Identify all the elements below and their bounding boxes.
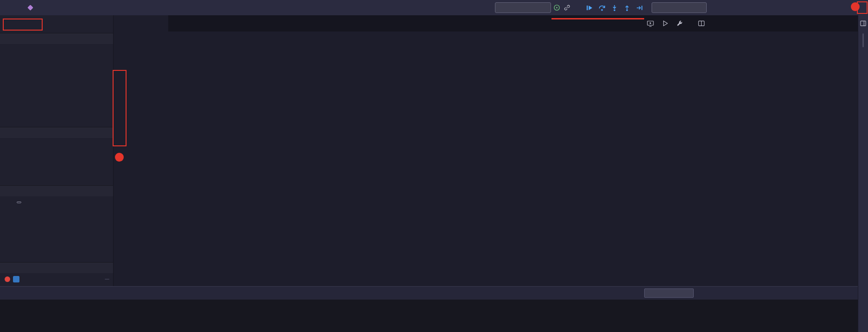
split-editor-icon[interactable]	[698, 20, 705, 27]
console-filter-input[interactable]	[644, 288, 694, 298]
tab-bar	[114, 15, 858, 31]
step-out-button[interactable]	[623, 4, 631, 12]
debug-console-output[interactable]	[0, 300, 858, 332]
run-and-debug-sidebar	[0, 15, 114, 286]
step-over-button[interactable]	[598, 4, 606, 12]
tab-main-cj[interactable]	[114, 15, 168, 31]
scroll-indicator	[862, 33, 864, 47]
breakpoint-item[interactable]	[0, 273, 113, 285]
ide-window	[0, 0, 868, 332]
variables-section-header[interactable]	[0, 33, 113, 44]
watch-body	[0, 138, 113, 185]
paused-on-breakpoint-badge	[17, 201, 21, 203]
wrench-icon[interactable]	[676, 20, 683, 27]
titlebar	[0, 0, 868, 15]
breakpoints-section-header[interactable]	[0, 262, 113, 273]
method-icon	[27, 5, 33, 11]
breakpoint-position-badge	[105, 279, 109, 280]
session-status-icon[interactable]	[553, 4, 560, 11]
link-icon[interactable]	[564, 4, 570, 11]
code-area[interactable]	[114, 31, 858, 286]
thread-row[interactable]	[0, 196, 113, 208]
continue-button[interactable]	[586, 4, 593, 12]
debug-toolbar	[586, 0, 643, 15]
run-file-icon[interactable]	[662, 20, 669, 27]
editor-toolbar	[646, 15, 712, 31]
run-to-cursor-button[interactable]	[636, 4, 643, 12]
breakpoint-dot-icon	[5, 276, 10, 282]
monitor-play-icon[interactable]	[646, 20, 654, 27]
watch-section-header[interactable]	[0, 127, 113, 138]
step-into-button[interactable]	[611, 4, 618, 12]
editor-group	[114, 15, 858, 286]
launch-config-dropdown[interactable]	[652, 2, 707, 13]
callstack-section-header[interactable]	[0, 185, 113, 196]
session-dropdown[interactable]	[495, 2, 551, 13]
breakpoint-checkbox[interactable]	[13, 276, 19, 282]
debug-console-header	[0, 287, 858, 300]
variables-tree	[0, 44, 113, 112]
breakpoints-body	[0, 273, 113, 286]
right-activity-bar	[858, 15, 868, 332]
breadcrumb[interactable]	[6, 0, 36, 15]
callstack-body	[0, 196, 113, 262]
debug-console-panel	[0, 286, 858, 332]
sidebar-panel-header	[0, 15, 113, 31]
secondary-sidebar-icon[interactable]	[860, 20, 867, 27]
